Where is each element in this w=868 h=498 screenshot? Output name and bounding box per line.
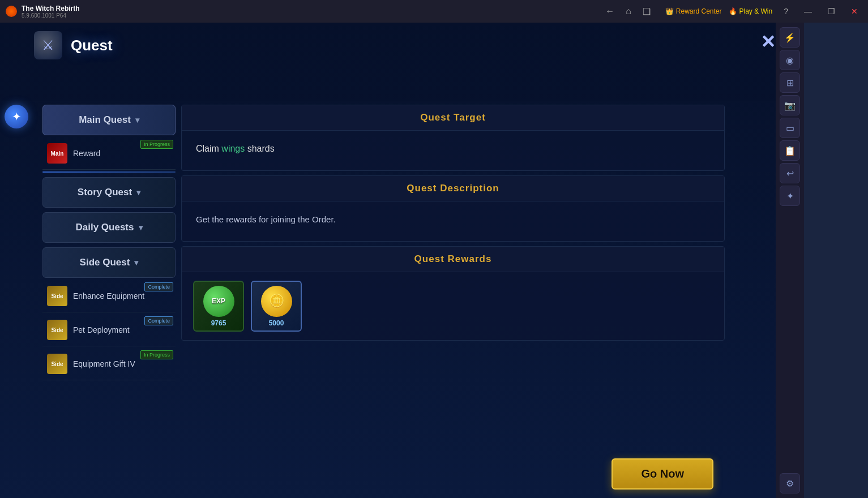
quest-target-text: Claim wings shards — [196, 142, 710, 156]
home-button[interactable]: ⌂ — [622, 5, 635, 18]
story-quest-chevron: ▾ — [136, 188, 140, 197]
equipment-in-progress-badge: In Progress — [140, 350, 173, 359]
daily-quests-label: Daily Quests — [76, 222, 134, 233]
title-bar: The Witch Rebirth 5.9.600.1001 P64 ← ⌂ ❑… — [0, 0, 868, 23]
sidebar-icon-1[interactable]: ⚡ — [780, 27, 800, 48]
game-area: ⚔ Quest ✕ ✦ Main Quest ▾ Main Reward In … — [0, 23, 804, 498]
quest-target-body: Claim wings shards — [182, 131, 724, 170]
quest-left-panel: Main Quest ▾ Main Reward In Progress Sto… — [42, 105, 176, 492]
main-quest-label: Main Quest — [79, 114, 131, 126]
app-logo — [6, 6, 17, 17]
quest-icon: ⚔ — [34, 31, 62, 59]
main-quest-chevron: ▾ — [135, 115, 139, 124]
equipment-gift-icon: Side — [47, 354, 67, 374]
sidebar-icon-3[interactable]: ⊞ — [780, 72, 800, 93]
quest-description-body: Get the rewards for joining the Order. — [182, 201, 724, 241]
restore-button[interactable]: ❐ — [823, 6, 840, 17]
reward-quest-item[interactable]: Main Reward In Progress — [42, 138, 176, 170]
app-version: 5.9.600.1001 P64 — [22, 12, 602, 19]
story-quest-category[interactable]: Story Quest ▾ — [42, 177, 176, 208]
gold-icon: 🪙 — [261, 286, 292, 317]
sidebar-icon-2[interactable]: ◉ — [780, 50, 800, 70]
window-close-button[interactable]: ✕ — [846, 6, 862, 17]
quest-target-header: Quest Target — [182, 105, 724, 131]
sidebar-settings-icon[interactable]: ⚙ — [780, 473, 800, 493]
reward-item-icon: Main — [47, 143, 67, 164]
story-quest-label: Story Quest — [78, 187, 132, 198]
daily-quests-category[interactable]: Daily Quests ▾ — [42, 212, 176, 243]
play-win-label: Play & Win — [739, 7, 773, 15]
target-text-before: Claim — [196, 144, 221, 153]
quest-target-section: Quest Target Claim wings shards — [181, 105, 725, 171]
quest-description-header: Quest Description — [182, 176, 724, 201]
play-win-button[interactable]: 🔥 Play & Win — [729, 7, 773, 15]
side-quest-label: Side Quest — [80, 257, 130, 268]
quest-description-text: Get the rewards for joining the Order. — [196, 213, 710, 226]
help-button[interactable]: ? — [779, 6, 793, 17]
quest-rewards-section: Quest Rewards EXP 9765 🪙 5000 — [181, 246, 725, 341]
side-quest-chevron: ▾ — [134, 258, 138, 267]
reward-center-button[interactable]: 👑 Reward Center — [665, 7, 722, 15]
nav-buttons: ← ⌂ ❑ — [602, 5, 654, 18]
sidebar-icon-4[interactable]: 📷 — [780, 95, 800, 115]
main-quest-category[interactable]: Main Quest ▾ — [42, 105, 176, 135]
quest-description-section: Quest Description Get the rewards for jo… — [181, 175, 725, 242]
target-text-after: shards — [245, 144, 274, 153]
enhance-complete-badge: Complete — [144, 282, 173, 291]
go-now-button[interactable]: Go Now — [612, 458, 713, 490]
duplicate-button[interactable]: ❑ — [639, 5, 654, 18]
gold-value: 5000 — [269, 319, 284, 327]
back-button[interactable]: ← — [602, 5, 618, 18]
reward-center-label: Reward Center — [676, 7, 722, 15]
sidebar-icon-5[interactable]: ▭ — [780, 118, 800, 138]
daily-quests-chevron: ▾ — [139, 223, 143, 232]
equipment-gift-name: Equipment Gift IV — [73, 359, 171, 368]
sidebar-icon-6[interactable]: 📋 — [780, 140, 800, 161]
quest-main-content: Quest Target Claim wings shards Quest De… — [181, 105, 725, 498]
sidebar-icon-7[interactable]: ↩ — [780, 163, 800, 183]
title-bar-right: 👑 Reward Center 🔥 Play & Win ? — ❐ ✕ — [665, 6, 862, 17]
reward-in-progress-badge: In Progress — [140, 140, 173, 149]
enhance-equipment-icon: Side — [47, 286, 67, 306]
exp-value: 9765 — [211, 319, 226, 327]
quest-rewards-container: EXP 9765 🪙 5000 — [182, 272, 724, 340]
right-sidebar: ⚡ ◉ ⊞ 📷 ▭ 📋 ↩ ✦ ⚙ — [776, 23, 804, 498]
side-quest-category[interactable]: Side Quest ▾ — [42, 247, 176, 278]
separator-1 — [42, 171, 176, 173]
enhance-equipment-item[interactable]: Side Enhance Equipment Complete — [42, 280, 176, 312]
quest-close-button[interactable]: ✕ — [760, 31, 776, 53]
equipment-gift-item[interactable]: Side Equipment Gift IV In Progress — [42, 348, 176, 380]
gold-reward-item: 🪙 5000 — [251, 281, 302, 332]
minimize-button[interactable]: — — [799, 6, 816, 17]
exp-reward-item: EXP 9765 — [193, 281, 244, 332]
pet-deployment-icon: Side — [47, 320, 67, 340]
enhance-equipment-name: Enhance Equipment — [73, 291, 171, 300]
pet-complete-badge: Complete — [144, 316, 173, 325]
pet-deployment-name: Pet Deployment — [73, 325, 171, 334]
left-edge-icon[interactable]: ✦ — [5, 105, 28, 128]
quest-title: Quest — [71, 37, 113, 54]
app-name: The Witch Rebirth — [22, 5, 80, 12]
quest-header: ⚔ Quest — [34, 31, 113, 59]
sidebar-icon-8[interactable]: ✦ — [780, 186, 800, 206]
pet-deployment-item[interactable]: Side Pet Deployment Complete — [42, 314, 176, 346]
exp-icon: EXP — [203, 286, 234, 317]
fire-icon: 🔥 — [729, 7, 737, 15]
quest-rewards-header: Quest Rewards — [182, 247, 724, 272]
target-highlight: wings — [221, 144, 245, 153]
reward-icon: 👑 — [665, 7, 674, 15]
reward-item-name: Reward — [73, 149, 171, 158]
app-title: The Witch Rebirth 5.9.600.1001 P64 — [22, 5, 602, 19]
